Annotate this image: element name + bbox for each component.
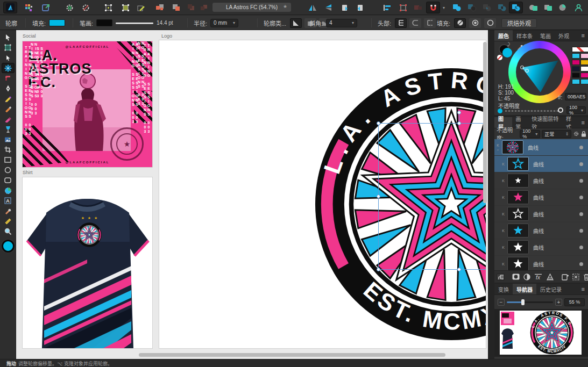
layer-name[interactable]: 曲线 xyxy=(533,177,544,185)
new-layer-icon[interactable] xyxy=(562,274,569,280)
insert-top-button[interactable] xyxy=(555,2,569,13)
swatch-navy[interactable] xyxy=(572,66,580,71)
layer-name[interactable]: 曲线 xyxy=(533,260,544,268)
star-tool[interactable] xyxy=(2,185,15,196)
move-tool[interactable] xyxy=(2,32,15,42)
zoom-in-button[interactable]: + xyxy=(555,299,562,306)
measure-tool[interactable] xyxy=(2,216,15,226)
zoom-slider[interactable] xyxy=(507,301,553,303)
insert-inside-button[interactable] xyxy=(541,2,555,13)
layer-row[interactable]: K曲线 xyxy=(494,172,588,189)
snap-midpoints-button[interactable] xyxy=(118,2,132,13)
layer-handle-icon[interactable]: K xyxy=(500,196,507,199)
app-logo-button[interactable] xyxy=(3,2,17,13)
layer-handle-icon[interactable]: K xyxy=(500,246,507,249)
live-filter-icon[interactable] xyxy=(546,274,554,280)
snap-bounds-button[interactable] xyxy=(101,2,115,13)
account-button[interactable] xyxy=(571,2,585,13)
trash-icon[interactable] xyxy=(583,274,588,280)
artboard-social[interactable]: @LAAFCOFFICIAL L.A. ASTROS F.C. TRAINING… xyxy=(23,41,152,167)
artboard-tool[interactable] xyxy=(2,42,15,53)
boolean-divide-button[interactable] xyxy=(509,2,523,13)
corner-tool[interactable] xyxy=(2,73,15,83)
layer-row[interactable]: K曲线 xyxy=(494,239,588,255)
ellipse-tool[interactable] xyxy=(2,165,15,175)
opacity-slider[interactable] xyxy=(505,110,560,112)
cap-round-button[interactable] xyxy=(409,18,421,28)
document-selector[interactable]: LA Astros FC (54.7%) ★ xyxy=(212,3,291,12)
swatch-magenta[interactable] xyxy=(572,60,580,65)
layer-thumbnail[interactable] xyxy=(507,190,529,204)
boolean-add-button[interactable] xyxy=(450,2,464,13)
layer-opacity-input[interactable]: 100 %▾ xyxy=(520,130,540,138)
swatch-cyan[interactable] xyxy=(572,53,580,59)
layer-name[interactable]: 曲线 xyxy=(533,193,544,202)
layer-row[interactable]: K曲线 xyxy=(494,156,588,172)
zoom-percentage[interactable]: 55 % xyxy=(564,298,585,306)
text-tool[interactable]: A xyxy=(2,196,15,206)
flip-vertical-button[interactable] xyxy=(322,2,336,13)
selection-handle-n[interactable] xyxy=(457,121,461,125)
settings-gear-off-button[interactable] xyxy=(79,2,93,13)
layer-name[interactable]: 曲线 xyxy=(533,243,544,251)
opacity-input[interactable]: 100 %▾ xyxy=(566,106,586,114)
active-color-well[interactable] xyxy=(2,240,15,253)
swatch-cyan-3[interactable] xyxy=(580,79,588,84)
swatch-light-pink[interactable] xyxy=(580,53,588,59)
selection-bounding-box[interactable] xyxy=(378,123,486,270)
layer-visibility-dot[interactable] xyxy=(579,246,583,249)
selection-handle-sw[interactable] xyxy=(377,268,380,271)
zoom-out-button[interactable]: − xyxy=(498,299,505,306)
layer-visibility-dot[interactable] xyxy=(579,162,583,166)
place-image-tool[interactable] xyxy=(2,134,15,145)
layer-name[interactable]: 曲线 xyxy=(533,210,544,218)
tab-color[interactable]: 颜色 xyxy=(494,30,513,41)
layer-thumbnail[interactable] xyxy=(507,207,529,221)
swatch-white[interactable] xyxy=(580,66,588,71)
export-persona-button[interactable] xyxy=(39,2,53,13)
tab-styles[interactable]: 样式 xyxy=(564,117,578,128)
miter-input[interactable]: 4▾ xyxy=(326,19,357,27)
layer-row[interactable]: K曲线 xyxy=(494,189,588,205)
contour-tool[interactable] xyxy=(2,63,15,73)
zoom-slider-handle[interactable] xyxy=(521,299,525,305)
lock-icon[interactable] xyxy=(581,131,586,137)
arrange-forward-button[interactable] xyxy=(169,2,183,13)
canvas-viewport[interactable]: Social @LAAFCOFFICIAL L.A. ASTROS xyxy=(16,30,488,359)
boolean-xor-button[interactable] xyxy=(495,2,509,13)
panel-menu-icon[interactable]: ≡ xyxy=(578,30,588,41)
navigator-thumbnail[interactable]: L.A. ASTROS F.C.EST. MCMXCIV xyxy=(494,309,588,357)
no-color-swatch[interactable] xyxy=(497,55,502,60)
swatch-none[interactable] xyxy=(572,47,588,52)
rectangle-tool[interactable] xyxy=(2,155,15,165)
layer-thumbnail[interactable] xyxy=(507,157,529,171)
horizontal-scrollbar[interactable] xyxy=(139,353,445,357)
layer-thumbnail[interactable] xyxy=(507,240,529,254)
snapping-toggle-button[interactable] xyxy=(426,2,440,13)
layer-handle-icon[interactable]: K⌄ xyxy=(494,143,501,151)
artboard-label-logo[interactable]: Logo xyxy=(161,33,172,39)
snapping-dropdown-chevron[interactable]: ▾ xyxy=(443,5,445,10)
zoom-tool[interactable] xyxy=(2,226,15,236)
layer-thumbnail[interactable] xyxy=(502,140,523,154)
pencil-tool[interactable] xyxy=(2,93,15,104)
layer-handle-icon[interactable]: K xyxy=(500,262,507,266)
rotate-cw-button[interactable] xyxy=(353,2,367,13)
layer-visibility-dot[interactable] xyxy=(579,229,583,233)
layer-row[interactable]: K曲线 xyxy=(494,206,588,222)
artboard-label-shirt[interactable]: Shirt xyxy=(23,170,33,175)
selection-handle-s[interactable] xyxy=(457,268,461,271)
stroke-width-slider[interactable] xyxy=(116,20,153,26)
artboard-label-social[interactable]: Social xyxy=(23,33,36,39)
transparency-tool[interactable] xyxy=(2,124,15,134)
layer-handle-icon[interactable]: K xyxy=(500,179,507,183)
rotation-handle[interactable] xyxy=(457,111,461,114)
fill-stroke-indicator[interactable]: ⤸ xyxy=(499,44,513,58)
tab-swatches[interactable]: 样本条 xyxy=(513,30,536,41)
layer-visibility-dot[interactable] xyxy=(579,262,583,266)
boolean-intersect-button[interactable] xyxy=(480,2,494,13)
layer-thumbnail[interactable] xyxy=(507,224,529,238)
alignment-button[interactable] xyxy=(380,2,394,13)
layer-visibility-dot[interactable] xyxy=(579,179,583,183)
rounded-rectangle-tool[interactable] xyxy=(2,175,15,185)
